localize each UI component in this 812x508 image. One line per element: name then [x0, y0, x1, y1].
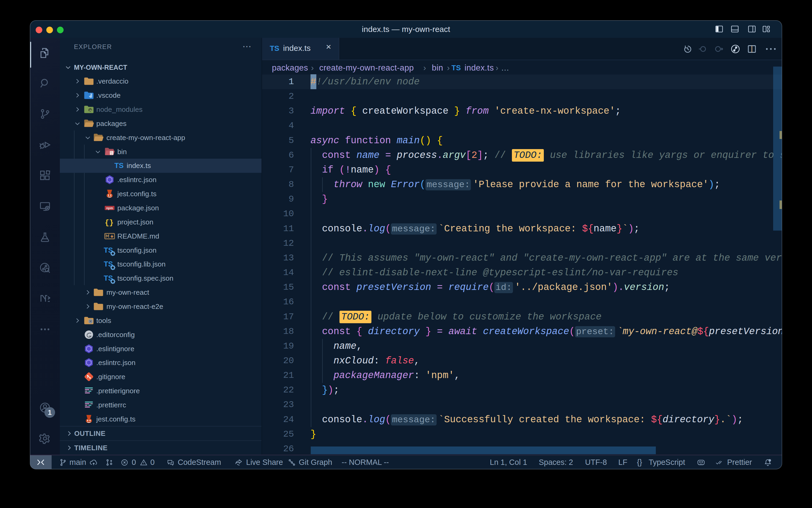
svg-text:npm: npm — [106, 206, 113, 210]
svg-text:10: 10 — [110, 153, 112, 155]
svg-text:{}: {} — [105, 219, 113, 227]
svg-text:JS: JS — [89, 109, 92, 112]
